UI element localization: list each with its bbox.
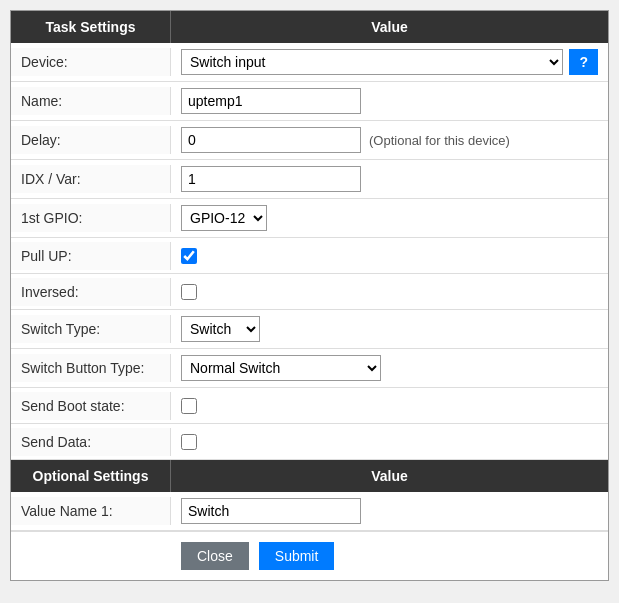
- value-name-row: Value Name 1:: [11, 492, 608, 531]
- value-name-value-cell: [171, 492, 608, 530]
- delay-label: Delay:: [11, 126, 171, 154]
- device-label: Device:: [11, 48, 171, 76]
- switch-type-label: Switch Type:: [11, 315, 171, 343]
- send-boot-value-cell: [171, 392, 608, 420]
- value-name-label: Value Name 1:: [11, 497, 171, 525]
- pullup-label: Pull UP:: [11, 242, 171, 270]
- pullup-checkbox[interactable]: [181, 248, 197, 264]
- switch-type-value-cell: Switch Dimmer Blind: [171, 310, 608, 348]
- send-boot-row: Send Boot state:: [11, 388, 608, 424]
- value-name-input[interactable]: [181, 498, 361, 524]
- name-input[interactable]: [181, 88, 361, 114]
- name-label: Name:: [11, 87, 171, 115]
- pullup-value-cell: [171, 242, 608, 270]
- switch-button-type-value-cell: Normal Switch Push Button Active High Pu…: [171, 349, 608, 387]
- send-data-row: Send Data:: [11, 424, 608, 460]
- form-container: Task Settings Value Device: Switch input…: [10, 10, 609, 581]
- submit-button[interactable]: Submit: [259, 542, 335, 570]
- optional-header-left: Optional Settings: [11, 460, 171, 492]
- footer-row: Close Submit: [11, 531, 608, 580]
- delay-row: Delay: (Optional for this device): [11, 121, 608, 160]
- gpio-row: 1st GPIO: GPIO-12: [11, 199, 608, 238]
- gpio-value-cell: GPIO-12: [171, 199, 608, 237]
- switch-type-row: Switch Type: Switch Dimmer Blind: [11, 310, 608, 349]
- gpio-select[interactable]: GPIO-12: [181, 205, 267, 231]
- header-value: Value: [171, 11, 608, 43]
- optional-header-right: Value: [171, 460, 608, 492]
- switch-button-type-row: Switch Button Type: Normal Switch Push B…: [11, 349, 608, 388]
- delay-optional-text: (Optional for this device): [369, 133, 510, 148]
- send-data-value-cell: [171, 428, 608, 456]
- idx-label: IDX / Var:: [11, 165, 171, 193]
- device-value-cell: Switch input ?: [171, 43, 608, 81]
- switch-button-type-label: Switch Button Type:: [11, 354, 171, 382]
- device-row: Device: Switch input ?: [11, 43, 608, 82]
- idx-row: IDX / Var:: [11, 160, 608, 199]
- send-boot-checkbox[interactable]: [181, 398, 197, 414]
- optional-section-header: Optional Settings Value: [11, 460, 608, 492]
- name-row: Name:: [11, 82, 608, 121]
- name-value-cell: [171, 82, 608, 120]
- switch-type-select[interactable]: Switch Dimmer Blind: [181, 316, 260, 342]
- help-button[interactable]: ?: [569, 49, 598, 75]
- send-data-label: Send Data:: [11, 428, 171, 456]
- inversed-checkbox[interactable]: [181, 284, 197, 300]
- main-section-header: Task Settings Value: [11, 11, 608, 43]
- delay-value-cell: (Optional for this device): [171, 121, 608, 159]
- delay-input[interactable]: [181, 127, 361, 153]
- send-data-checkbox[interactable]: [181, 434, 197, 450]
- device-select[interactable]: Switch input: [181, 49, 563, 75]
- idx-value-cell: [171, 160, 608, 198]
- idx-input[interactable]: [181, 166, 361, 192]
- send-boot-label: Send Boot state:: [11, 392, 171, 420]
- switch-button-type-select[interactable]: Normal Switch Push Button Active High Pu…: [181, 355, 381, 381]
- inversed-row: Inversed:: [11, 274, 608, 310]
- gpio-label: 1st GPIO:: [11, 204, 171, 232]
- inversed-label: Inversed:: [11, 278, 171, 306]
- inversed-value-cell: [171, 278, 608, 306]
- pullup-row: Pull UP:: [11, 238, 608, 274]
- close-button[interactable]: Close: [181, 542, 249, 570]
- header-task-settings: Task Settings: [11, 11, 171, 43]
